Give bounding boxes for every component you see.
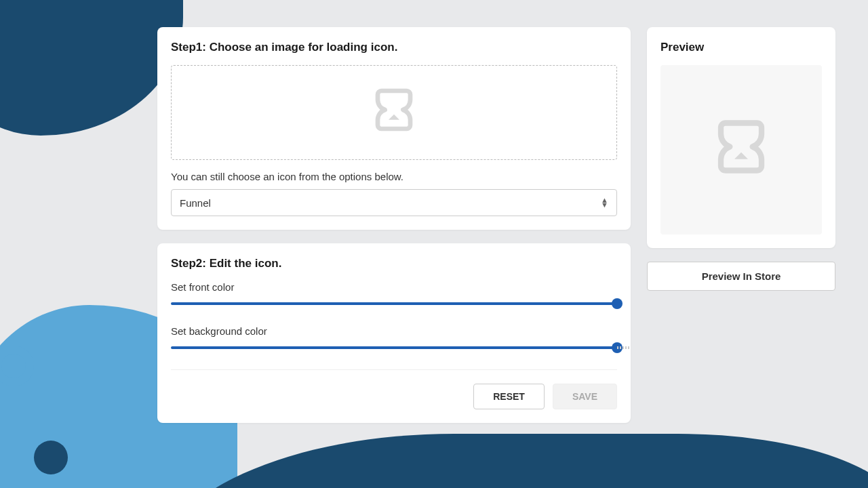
bg-decoration <box>34 441 68 474</box>
background-color-slider[interactable] <box>171 346 617 349</box>
divider <box>171 369 617 370</box>
front-color-label: Set front color <box>171 281 617 293</box>
preview-in-store-button[interactable]: Preview In Store <box>647 262 835 291</box>
bg-decoration <box>156 434 868 488</box>
preview-box <box>660 65 822 235</box>
front-color-slider[interactable] <box>171 302 617 305</box>
preview-card: Preview <box>647 27 835 248</box>
icon-select[interactable]: Funnel ▲▼ <box>171 189 617 216</box>
step2-card: Step2: Edit the icon. Set front color Se… <box>157 243 631 423</box>
image-dropzone[interactable] <box>171 65 617 160</box>
step1-title: Step1: Choose an image for loading icon. <box>171 41 617 54</box>
hourglass-icon <box>372 87 416 138</box>
icon-select-value: Funnel <box>180 197 211 209</box>
step2-title: Step2: Edit the icon. <box>171 257 617 270</box>
step1-card: Step1: Choose an image for loading icon.… <box>157 27 631 230</box>
save-button[interactable]: SAVE <box>553 384 617 409</box>
reset-button[interactable]: RESET <box>473 384 545 409</box>
slider-thumb[interactable] <box>612 342 623 353</box>
background-color-label: Set background color <box>171 325 617 337</box>
chevron-updown-icon: ▲▼ <box>601 198 608 207</box>
hourglass-icon <box>714 118 768 182</box>
step1-hint: You can still choose an icon from the op… <box>171 171 617 182</box>
preview-title: Preview <box>660 41 822 54</box>
slider-thumb[interactable] <box>612 298 623 309</box>
